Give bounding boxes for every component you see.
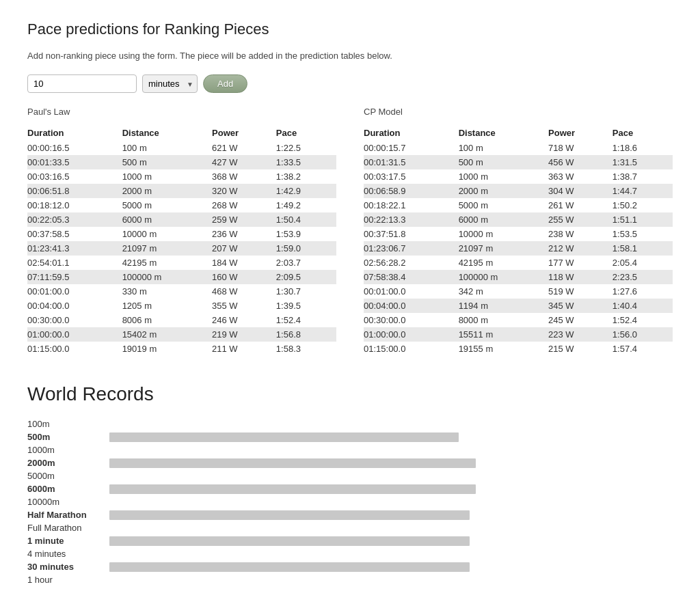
pauls-law-cell-distance: 1000 m <box>122 169 212 184</box>
cp-model-col-duration: Duration <box>364 125 459 141</box>
wr-bar <box>109 536 470 546</box>
cp-model-cell-distance: 5000 m <box>459 198 548 212</box>
wr-bar <box>109 458 476 468</box>
cp-model-cell-pace: 1:56.0 <box>612 327 673 342</box>
cp-model-cell-distance: 1000 m <box>459 169 548 184</box>
cp-model-cell-distance: 8000 m <box>459 313 548 327</box>
page-title: Pace predictions for Ranking Pieces <box>27 20 673 38</box>
pauls-law-cell-duration: 01:23:41.3 <box>27 241 122 256</box>
list-item: Full Marathon <box>27 523 673 533</box>
table-row: 01:00:00.015511 m223 W1:56.0 <box>364 327 673 342</box>
cp-model-cell-pace: 1:27.6 <box>612 284 673 299</box>
page-description: Add non-ranking piece using the form. Th… <box>27 51 673 61</box>
cp-model-label: CP Model <box>364 107 673 117</box>
cp-model-cell-pace: 1:58.1 <box>612 241 673 256</box>
unit-select[interactable]: secondsminuteshours <box>142 74 198 93</box>
pauls-law-cell-duration: 00:03:16.5 <box>27 169 122 184</box>
wr-bar-container <box>109 484 673 494</box>
pauls-law-cell-duration: 00:04:00.0 <box>27 299 122 313</box>
cp-model-table: Duration Distance Power Pace 00:00:15.71… <box>364 125 673 356</box>
table-row: 00:01:31.5500 m456 W1:31.5 <box>364 155 673 169</box>
cp-model-cell-distance: 500 m <box>459 155 548 169</box>
list-item: 6000m <box>27 484 673 494</box>
wr-bar-container <box>109 536 673 546</box>
cp-model-cell-distance: 21097 m <box>459 241 548 256</box>
table-row: 00:01:00.0342 m519 W1:27.6 <box>364 284 673 299</box>
pauls-law-cell-duration: 00:18:12.0 <box>27 198 122 212</box>
table-row: 00:18:22.15000 m261 W1:50.2 <box>364 198 673 212</box>
add-button[interactable]: Add <box>203 74 247 93</box>
world-records-title: World Records <box>27 383 673 405</box>
cp-model-cell-distance: 10000 m <box>459 227 548 241</box>
cp-model-cell-power: 215 W <box>548 342 612 356</box>
pauls-law-cell-power: 468 W <box>212 284 276 299</box>
cp-model-cell-pace: 1:53.5 <box>612 227 673 241</box>
table-row: 01:00:00.015402 m219 W1:56.8 <box>27 327 336 342</box>
cp-model-cell-pace: 1:51.1 <box>612 212 673 227</box>
list-item: 1000m <box>27 445 673 455</box>
cp-model-cell-duration: 00:30:00.0 <box>364 313 459 327</box>
cp-model-col-pace: Pace <box>612 125 673 141</box>
cp-model-cell-power: 345 W <box>548 299 612 313</box>
cp-model-cell-power: 238 W <box>548 227 612 241</box>
wr-item-label: 30 minutes <box>27 562 109 572</box>
cp-model-cell-pace: 2:23.5 <box>612 270 673 284</box>
cp-model-col-power: Power <box>548 125 612 141</box>
cp-model-cell-duration: 00:01:31.5 <box>364 155 459 169</box>
list-item: Half Marathon <box>27 510 673 520</box>
cp-model-cell-power: 177 W <box>548 256 612 270</box>
wr-item-label: 4 minutes <box>27 549 109 559</box>
cp-model-cell-distance: 2000 m <box>459 184 548 198</box>
cp-model-cell-duration: 01:00:00.0 <box>364 327 459 342</box>
pauls-law-cell-duration: 00:30:00.0 <box>27 313 122 327</box>
pauls-law-cell-distance: 10000 m <box>122 227 212 241</box>
world-records-list: 100m500m1000m2000m5000m6000m10000mHalf M… <box>27 419 673 585</box>
table-row: 07:58:38.4100000 m118 W2:23.5 <box>364 270 673 284</box>
pauls-law-cell-power: 236 W <box>212 227 276 241</box>
wr-item-label: 10000m <box>27 497 109 507</box>
cp-model-header-row: Duration Distance Power Pace <box>364 125 673 141</box>
duration-input[interactable] <box>27 74 137 93</box>
table-row: 00:06:58.92000 m304 W1:44.7 <box>364 184 673 198</box>
pauls-law-cell-power: 211 W <box>212 342 276 356</box>
pauls-law-cell-distance: 42195 m <box>122 256 212 270</box>
table-row: 00:22:05.36000 m259 W1:50.4 <box>27 212 336 227</box>
pauls-law-cell-power: 355 W <box>212 299 276 313</box>
cp-model-cell-power: 519 W <box>548 284 612 299</box>
wr-bar-container <box>109 510 673 520</box>
table-row: 00:01:00.0330 m468 W1:30.7 <box>27 284 336 299</box>
wr-bar <box>109 510 470 520</box>
wr-bar-container <box>109 445 673 455</box>
wr-bar-container <box>109 458 673 468</box>
pauls-law-cell-duration: 00:22:05.3 <box>27 212 122 227</box>
cp-model-cell-power: 223 W <box>548 327 612 342</box>
cp-model-cell-power: 245 W <box>548 313 612 327</box>
pauls-law-cell-power: 427 W <box>212 155 276 169</box>
pauls-law-cell-distance: 100000 m <box>122 270 212 284</box>
cp-model-cell-pace: 1:44.7 <box>612 184 673 198</box>
table-row: 00:03:16.51000 m368 W1:38.2 <box>27 169 336 184</box>
list-item: 5000m <box>27 471 673 481</box>
table-row: 00:30:00.08000 m245 W1:52.4 <box>364 313 673 327</box>
cp-model-cell-power: 255 W <box>548 212 612 227</box>
cp-model-cell-distance: 15511 m <box>459 327 548 342</box>
table-row: 00:30:00.08006 m246 W1:52.4 <box>27 313 336 327</box>
list-item: 100m <box>27 419 673 429</box>
unit-select-wrapper: secondsminuteshours ▼ <box>142 74 198 93</box>
pauls-law-cell-distance: 8006 m <box>122 313 212 327</box>
table-row: 02:56:28.242195 m177 W2:05.4 <box>364 256 673 270</box>
pauls-law-label: Paul's Law <box>27 107 336 117</box>
table-row: 00:04:00.01194 m345 W1:40.4 <box>364 299 673 313</box>
cp-model-cell-power: 304 W <box>548 184 612 198</box>
pauls-law-cell-distance: 5000 m <box>122 198 212 212</box>
cp-model-cell-duration: 01:15:00.0 <box>364 342 459 356</box>
pauls-law-cell-duration: 02:54:01.1 <box>27 256 122 270</box>
list-item: 1 minute <box>27 536 673 546</box>
pauls-law-cell-duration: 00:00:16.5 <box>27 141 122 155</box>
pauls-law-cell-pace: 1:58.3 <box>276 342 336 356</box>
cp-model-cell-duration: 00:03:17.5 <box>364 169 459 184</box>
pauls-law-cell-duration: 01:00:00.0 <box>27 327 122 342</box>
cp-model-cell-pace: 1:31.5 <box>612 155 673 169</box>
wr-bar-container <box>109 549 673 559</box>
pauls-law-cell-pace: 1:33.5 <box>276 155 336 169</box>
